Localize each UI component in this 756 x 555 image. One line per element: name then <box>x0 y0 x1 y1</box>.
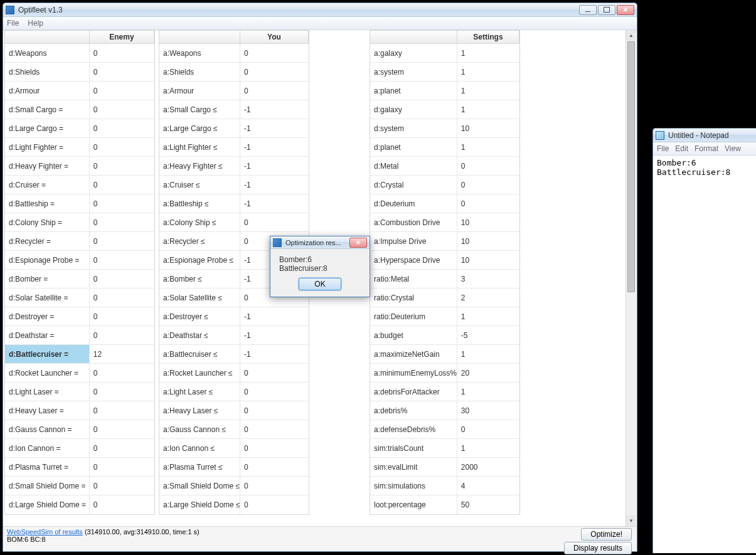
table-row[interactable]: a:Armour0 <box>159 82 309 100</box>
cell-value[interactable]: 50 <box>457 495 519 514</box>
cell-key[interactable]: sim:simulations <box>370 477 457 495</box>
settings-col-header[interactable]: Settings <box>457 31 519 43</box>
cell-key[interactable]: d:Heavy Fighter = <box>5 157 90 175</box>
table-row[interactable]: a:Small Shield Dome ≤0 <box>159 477 309 495</box>
cell-value[interactable]: 0 <box>90 477 154 495</box>
table-row[interactable]: a:Combustion Drive10 <box>370 213 519 232</box>
table-row[interactable]: a:Destroyer ≤-1 <box>159 307 309 326</box>
table-row[interactable]: ratio:Crystal2 <box>370 288 519 307</box>
cell-value[interactable]: 0 <box>90 401 154 420</box>
cell-key[interactable]: a:Destroyer ≤ <box>159 307 240 325</box>
table-row[interactable]: a:Hyperspace Drive10 <box>370 251 519 270</box>
cell-value[interactable]: 0 <box>240 44 309 62</box>
table-row[interactable]: a:planet1 <box>370 82 519 100</box>
table-row[interactable]: a:maximizeNetGain1 <box>370 345 519 364</box>
cell-key[interactable]: a:Armour <box>159 82 240 100</box>
table-row[interactable]: d:Colony Ship =0 <box>5 213 154 232</box>
cell-value[interactable]: -5 <box>457 326 519 344</box>
cell-value[interactable]: 2000 <box>457 458 519 476</box>
cell-value[interactable]: -1 <box>240 307 309 325</box>
table-row[interactable]: a:Small Cargo ≤-1 <box>159 100 309 119</box>
cell-key[interactable]: d:Weapons <box>5 44 90 62</box>
cell-key[interactable]: a:Bomber ≤ <box>159 270 240 288</box>
cell-value[interactable]: 20 <box>457 364 519 382</box>
cell-value[interactable]: 0 <box>240 439 309 457</box>
notepad-titlebar[interactable]: Untitled - Notepad <box>653 129 756 142</box>
cell-key[interactable]: d:Battleship = <box>5 194 90 213</box>
cell-key[interactable]: a:Colony Ship ≤ <box>159 213 240 231</box>
cell-key[interactable]: d:Large Shield Dome = <box>5 495 90 514</box>
table-row[interactable]: sim:trialsCount1 <box>370 439 519 458</box>
table-row[interactable]: d:Solar Satellite =0 <box>5 288 154 307</box>
cell-value[interactable]: 0 <box>90 326 154 344</box>
cell-value[interactable]: 1 <box>457 439 519 457</box>
cell-value[interactable]: 10 <box>457 232 519 250</box>
close-button[interactable] <box>617 5 634 15</box>
dialog-close-button[interactable] <box>349 238 367 248</box>
cell-value[interactable]: 0 <box>240 458 309 476</box>
results-link[interactable]: WebSpeedSim of results <box>7 528 83 536</box>
table-row[interactable]: sim:simulations4 <box>370 477 519 495</box>
cell-value[interactable]: 0 <box>90 364 154 382</box>
cell-key[interactable]: sim:evalLimit <box>370 458 457 476</box>
cell-key[interactable]: d:Bomber = <box>5 270 90 288</box>
cell-key[interactable]: d:Colony Ship = <box>5 213 90 231</box>
optimize-button[interactable]: Optimize! <box>581 528 632 541</box>
table-row[interactable]: d:Gauss Cannon =0 <box>5 420 154 439</box>
cell-key[interactable]: ratio:Crystal <box>370 288 457 307</box>
cell-key[interactable]: a:Solar Satellite ≤ <box>159 288 240 307</box>
cell-key[interactable]: a:Battleship ≤ <box>159 194 240 213</box>
cell-key[interactable]: d:Solar Satellite = <box>5 288 90 307</box>
notepad-menu-format[interactable]: Format <box>695 144 718 153</box>
table-row[interactable]: a:Deathstar ≤-1 <box>159 326 309 345</box>
table-row[interactable]: a:Ion Cannon ≤0 <box>159 439 309 458</box>
table-row[interactable]: d:system10 <box>370 119 519 138</box>
cell-key[interactable]: a:budget <box>370 326 457 344</box>
cell-key[interactable]: ratio:Deuterium <box>370 307 457 325</box>
cell-key[interactable]: d:galaxy <box>370 100 457 119</box>
table-row[interactable]: d:Plasma Turret =0 <box>5 458 154 477</box>
cell-key[interactable]: a:Small Cargo ≤ <box>159 100 240 119</box>
cell-value[interactable]: 0 <box>90 176 154 194</box>
cell-value[interactable]: 0 <box>90 288 154 307</box>
cell-value[interactable]: 0 <box>457 420 519 438</box>
cell-key[interactable]: d:Deuterium <box>370 194 457 213</box>
table-row[interactable]: a:Cruiser ≤-1 <box>159 176 309 194</box>
cell-value[interactable]: 0 <box>240 364 309 382</box>
cell-key[interactable]: d:Battlecruiser = <box>5 345 90 363</box>
table-row[interactable]: a:Large Cargo ≤-1 <box>159 119 309 138</box>
cell-value[interactable]: 2 <box>457 288 519 307</box>
minimize-button[interactable] <box>579 5 597 15</box>
cell-value[interactable]: 0 <box>90 100 154 119</box>
cell-key[interactable]: a:Light Fighter ≤ <box>159 138 240 156</box>
cell-value[interactable]: 0 <box>90 439 154 457</box>
cell-value[interactable]: -1 <box>240 326 309 344</box>
table-row[interactable]: a:Heavy Fighter ≤-1 <box>159 157 309 176</box>
vertical-scrollbar[interactable]: ▲ ▼ <box>626 30 636 526</box>
you-col-header[interactable]: You <box>240 31 309 43</box>
display-results-button[interactable]: Display results <box>564 542 632 554</box>
cell-key[interactable]: d:Rocket Launcher = <box>5 364 90 382</box>
table-row[interactable]: d:Crystal0 <box>370 176 519 194</box>
table-row[interactable]: a:Battleship ≤-1 <box>159 194 309 213</box>
table-row[interactable]: d:galaxy1 <box>370 100 519 119</box>
cell-value[interactable]: 10 <box>457 119 519 137</box>
cell-value[interactable]: 0 <box>90 495 154 514</box>
table-row[interactable]: d:Ion Cannon =0 <box>5 439 154 458</box>
table-row[interactable]: d:Light Laser =0 <box>5 383 154 401</box>
cell-value[interactable]: -1 <box>240 138 309 156</box>
cell-key[interactable]: d:Small Cargo = <box>5 100 90 119</box>
table-row[interactable]: a:Battlecruiser ≤-1 <box>159 345 309 364</box>
table-row[interactable]: a:Shields0 <box>159 63 309 82</box>
cell-value[interactable]: 4 <box>457 477 519 495</box>
table-row[interactable]: d:Heavy Fighter =0 <box>5 157 154 176</box>
cell-key[interactable]: d:Large Cargo = <box>5 119 90 137</box>
cell-key[interactable]: d:Light Laser = <box>5 383 90 401</box>
cell-key[interactable]: d:Shields <box>5 63 90 81</box>
table-row[interactable]: a:Light Fighter ≤-1 <box>159 138 309 157</box>
cell-value[interactable]: 0 <box>90 157 154 175</box>
cell-key[interactable]: a:Heavy Fighter ≤ <box>159 157 240 175</box>
cell-value[interactable]: 0 <box>240 477 309 495</box>
cell-key[interactable]: a:planet <box>370 82 457 100</box>
cell-key[interactable]: d:Crystal <box>370 176 457 194</box>
